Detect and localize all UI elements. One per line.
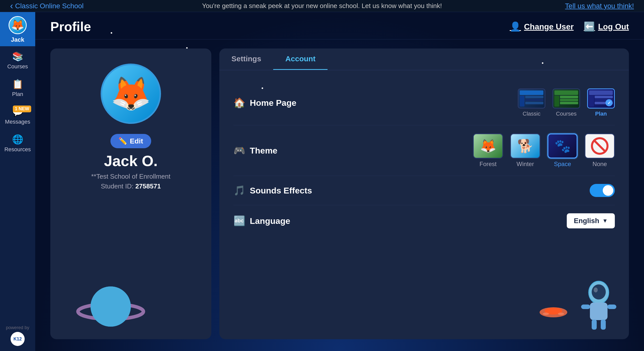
space-theme-img: 🐾 — [547, 133, 578, 159]
forest-label: Forest — [479, 161, 497, 168]
sidebar-item-plan[interactable]: 📋 Plan — [0, 74, 35, 102]
settings-panel: Settings Account 🏠 Home Page — [219, 48, 629, 339]
toggle-knob — [603, 185, 613, 196]
home-page-plan[interactable]: ✓ Plan — [587, 88, 615, 117]
sidebar-item-courses[interactable]: 📚 Courses — [0, 46, 35, 74]
winter-theme-img: 🐕 — [510, 133, 540, 159]
settings-content: 🏠 Home Page — [219, 70, 629, 339]
theme-row: 🎮 Theme 🦊 Forest — [233, 125, 615, 176]
sidebar-item-messages[interactable]: 1 NEW 💬 Messages — [0, 102, 35, 129]
courses-label: Courses — [556, 111, 577, 117]
plan-icon: 📋 — [12, 79, 23, 89]
theme-forest[interactable]: 🦊 Forest — [473, 133, 503, 168]
avatar-emoji: 🦊 — [110, 75, 151, 113]
sidebar-label-resources: Resources — [4, 146, 31, 153]
plan-thumbnail: ✓ — [587, 88, 615, 109]
classic-label: Classic — [523, 111, 541, 117]
edit-label: Edit — [130, 137, 143, 145]
no-symbol — [591, 137, 609, 155]
language-row: 🔤 Language English ▼ — [233, 205, 615, 236]
sounds-effects-row: 🎵 Sounds Effects — [233, 176, 615, 205]
home-page-classic[interactable]: Classic — [518, 88, 545, 117]
resources-icon: 🌐 — [12, 134, 23, 145]
home-page-label: 🏠 Home Page — [233, 97, 296, 108]
dropdown-arrow-icon: ▼ — [602, 218, 608, 224]
sounds-text: Sounds Effects — [250, 186, 312, 195]
change-user-icon: 👤 — [510, 21, 521, 32]
home-page-options: Classic — [518, 88, 615, 117]
none-theme-img — [585, 133, 615, 159]
student-id-label: Student ID: — [101, 182, 134, 190]
home-page-text: Home Page — [250, 98, 296, 108]
courses-icon: 📚 — [12, 51, 23, 62]
profile-name: Jack O. — [104, 152, 158, 170]
page-title: Profile — [50, 19, 91, 34]
theme-options: 🦊 Forest 🐕 Winter — [473, 133, 615, 168]
forest-emoji: 🦊 — [480, 138, 496, 154]
winter-emoji: 🐕 — [517, 138, 534, 154]
feedback-link[interactable]: Tell us what you think! — [565, 2, 634, 10]
k12-logo: K12 — [11, 332, 25, 346]
tab-settings[interactable]: Settings — [219, 48, 273, 70]
forest-theme-img: 🦊 — [473, 133, 503, 159]
profile-avatar: 🦊 — [101, 64, 161, 124]
profile-school: **Test School of Enrollment — [91, 173, 170, 180]
language-value: English — [574, 217, 599, 225]
logout-icon: ⬅️ — [584, 21, 595, 32]
edit-icon: ✏️ — [118, 137, 127, 145]
messages-badge: 1 NEW — [13, 106, 31, 112]
theme-text: Theme — [250, 146, 277, 156]
sidebar-bottom: powered by K12 — [6, 320, 29, 351]
theme-icon: 🎮 — [233, 145, 245, 156]
profile-area: 🦊 ✏️ Edit Jack O. **Test School of Enrol… — [35, 39, 644, 348]
home-page-courses[interactable]: Courses — [552, 88, 580, 117]
theme-label: 🎮 Theme — [233, 145, 277, 156]
plan-selected-check: ✓ — [606, 99, 613, 106]
winter-label: Winter — [516, 161, 534, 168]
logout-button[interactable]: ⬅️ Log Out — [584, 21, 629, 32]
sidebar-label-plan: Plan — [12, 91, 23, 97]
sidebar-item-resources[interactable]: 🌐 Resources — [0, 129, 35, 157]
header-actions: 👤 Change User ⬅️ Log Out — [510, 21, 629, 32]
home-page-row: 🏠 Home Page — [233, 80, 615, 125]
profile-card: 🦊 ✏️ Edit Jack O. **Test School of Enrol… — [50, 48, 211, 339]
sidebar-label-messages: Messages — [5, 119, 30, 125]
language-dropdown[interactable]: English ▼ — [567, 213, 615, 228]
language-text: Language — [250, 216, 290, 226]
home-icon: 🏠 — [233, 97, 245, 108]
language-icon: 🔤 — [233, 215, 245, 226]
sounds-toggle[interactable] — [590, 184, 615, 197]
main-content: Profile 👤 Change User ⬅️ Log Out 🦊 ✏️ Ed… — [35, 12, 644, 351]
sounds-label: 🎵 Sounds Effects — [233, 185, 312, 196]
profile-avatar-wrapper: 🦊 — [101, 64, 161, 124]
tab-account[interactable]: Account — [273, 48, 328, 70]
top-banner: Classic Online School You're getting a s… — [0, 0, 644, 12]
theme-winter[interactable]: 🐕 Winter — [510, 133, 540, 168]
edit-button[interactable]: ✏️ Edit — [110, 134, 151, 148]
space-emoji: 🐾 — [554, 138, 571, 154]
banner-center-text: You're getting a sneak peek at your new … — [202, 2, 442, 10]
sidebar-username: Jack — [11, 36, 24, 43]
sidebar-avatar[interactable]: 🦊 Jack — [0, 12, 35, 46]
logout-label: Log Out — [598, 22, 629, 31]
page-header: Profile 👤 Change User ⬅️ Log Out — [35, 12, 644, 39]
theme-none[interactable]: None — [585, 133, 615, 168]
tabs: Settings Account — [219, 48, 629, 70]
change-user-button[interactable]: 👤 Change User — [510, 21, 574, 32]
change-user-label: Change User — [524, 22, 574, 31]
avatar: 🦊 — [9, 16, 27, 34]
plan-label: Plan — [595, 111, 607, 117]
theme-space[interactable]: 🐾 Space — [547, 133, 578, 168]
sidebar-label-courses: Courses — [7, 63, 28, 70]
classic-thumbnail — [518, 88, 545, 109]
language-label: 🔤 Language — [233, 215, 290, 226]
powered-by-text: powered by — [6, 325, 29, 330]
student-id-value: 2758571 — [135, 182, 161, 190]
courses-thumbnail — [552, 88, 580, 109]
none-label: None — [592, 161, 607, 168]
sounds-icon: 🎵 — [233, 185, 245, 196]
space-label: Space — [554, 161, 571, 168]
back-link[interactable]: Classic Online School — [10, 1, 84, 11]
sidebar: 🦊 Jack 📚 Courses 📋 Plan 1 NEW 💬 Messages… — [0, 12, 35, 351]
profile-student-id: Student ID: 2758571 — [101, 182, 161, 190]
